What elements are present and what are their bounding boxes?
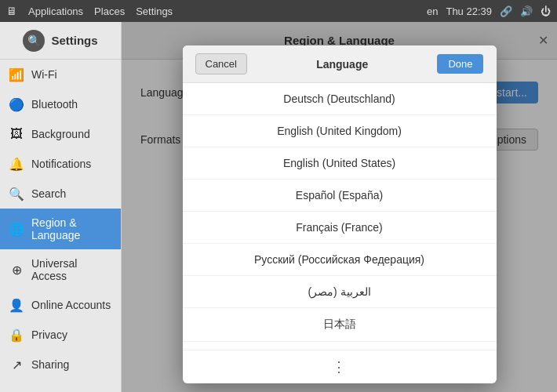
language-dialog: Cancel Language Done Deutsch (Deutschlan… [183,45,497,383]
lang-item-english-us[interactable]: English (United States) [183,147,497,180]
sidebar-title: Settings [51,34,97,47]
wifi-icon: 📶 [9,67,24,82]
topbar-settings[interactable]: Settings [136,5,173,17]
lang-item-chinese[interactable]: 汉语（中国） ✓ [183,342,497,350]
sidebar: 🔍 Settings 📶 Wi-Fi 🔵 Bluetooth 🖼 Backgro… [0,22,122,392]
background-icon: 🖼 [9,127,24,141]
sidebar-item-wifi[interactable]: 📶 Wi-Fi [0,60,121,89]
dialog-language-list: Deutsch (Deutschland) English (United Ki… [183,83,497,350]
bluetooth-icon: 🔵 [9,97,24,111]
lang-item-japanese[interactable]: 日本語 [183,308,497,342]
sidebar-label-search: Search [31,187,66,200]
sidebar-item-notifications[interactable]: 🔔 Notifications [0,149,121,179]
topbar-places[interactable]: Places [94,5,125,17]
topbar-apps[interactable]: Applications [28,5,83,17]
sidebar-label-online: Online Accounts [31,299,111,311]
lang-label-russian: Русский (Российская Федерация) [254,253,424,266]
lang-item-arabic[interactable]: العربية (مصر) [183,276,497,308]
dialog-header: Cancel Language Done [183,45,497,83]
lang-item-english-uk[interactable]: English (United Kingdom) [183,115,497,147]
online-icon: 👤 [9,298,24,312]
sidebar-item-region[interactable]: 🌐 Region & Language [0,209,121,249]
sidebar-item-online[interactable]: 👤 Online Accounts [0,290,121,320]
lang-item-russian[interactable]: Русский (Российская Федерация) [183,244,497,276]
notifications-icon: 🔔 [9,157,24,171]
sidebar-label-background: Background [31,128,90,140]
topbar-time: Thu 22:39 [446,5,492,17]
lang-item-francais[interactable]: Français (France) [183,212,497,244]
sidebar-item-background[interactable]: 🖼 Background [0,119,121,149]
region-icon: 🌐 [9,222,24,236]
lang-label-english-uk: English (United Kingdom) [277,125,402,137]
topbar: 🖥 Applications Places Settings en Thu 22… [0,0,557,22]
topbar-volume-icon[interactable]: 🔊 [520,5,533,17]
sidebar-item-universal[interactable]: ⊕ Universal Access [0,249,121,290]
sidebar-item-sharing[interactable]: ↗ Sharing [0,350,121,379]
sidebar-label-universal: Universal Access [31,257,111,282]
dialog-done-button[interactable]: Done [437,54,483,74]
sidebar-label-sharing: Sharing [31,358,69,371]
lang-label-english-us: English (United States) [283,157,395,169]
lang-item-deutsch[interactable]: Deutsch (Deutschland) [183,83,497,115]
main-window: 🔍 Settings 📶 Wi-Fi 🔵 Bluetooth 🖼 Backgro… [0,22,557,392]
topbar-network-icon[interactable]: 🔗 [500,5,512,17]
topbar-apps-icon: 🖥 [6,5,17,17]
dialog-footer: ⋮ [183,350,497,383]
sidebar-item-privacy[interactable]: 🔒 Privacy [0,320,121,350]
lang-label-francais: Français (France) [296,221,382,234]
lang-label-deutsch: Deutsch (Deutschland) [283,93,395,105]
topbar-right: en Thu 22:39 🔗 🔊 ⏻ [427,5,551,17]
sidebar-item-bluetooth[interactable]: 🔵 Bluetooth [0,89,121,119]
sidebar-item-search[interactable]: 🔍 Search [0,179,121,209]
sidebar-header: 🔍 Settings [0,22,121,60]
privacy-icon: 🔒 [9,328,24,342]
sidebar-label-privacy: Privacy [31,328,67,341]
dialog-title: Language [316,58,368,71]
content-area: Region & Language ✕ Language 汉语（中国） Rest… [122,22,557,392]
dialog-cancel-button[interactable]: Cancel [195,53,247,74]
topbar-power-icon[interactable]: ⏻ [541,5,551,17]
lang-label-japanese: 日本語 [323,318,356,332]
lang-item-espanol[interactable]: Español (España) [183,180,497,212]
lang-label-arabic: العربية (مصر) [308,285,370,298]
more-options-icon[interactable]: ⋮ [332,358,348,376]
sidebar-label-wifi: Wi-Fi [31,68,57,81]
sidebar-label-notifications: Notifications [31,158,91,170]
lang-label-espanol: Español (España) [296,189,383,201]
sidebar-label-bluetooth: Bluetooth [31,98,78,111]
universal-icon: ⊕ [9,263,24,277]
topbar-left: 🖥 Applications Places Settings [6,5,173,17]
sharing-icon: ↗ [9,358,24,372]
sidebar-search-icon[interactable]: 🔍 [23,30,45,52]
sidebar-label-region: Region & Language [31,216,111,241]
search-icon: 🔍 [9,187,24,201]
topbar-locale: en [427,5,438,17]
